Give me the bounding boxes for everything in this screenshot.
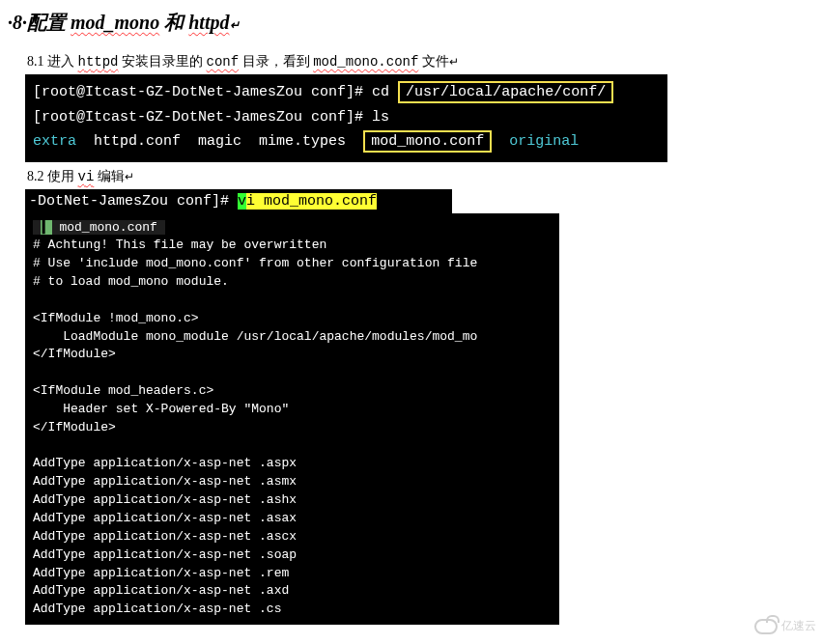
httpd-word: httpd xyxy=(78,54,119,70)
terminal-block-1: [root@Itcast-GZ-DotNet-JamesZou conf]# c… xyxy=(25,74,667,162)
space xyxy=(229,193,238,210)
highlight-span: vi mod_mono.conf xyxy=(238,193,377,210)
vi-v: v xyxy=(238,193,246,210)
return-arrow-icon: ↵ xyxy=(125,170,134,183)
tab-filename: mod_mono.conf xyxy=(59,220,156,235)
ls-magic: magic xyxy=(198,133,241,150)
terminal-line: [root@Itcast-GZ-DotNet-JamesZou conf]# l… xyxy=(33,105,660,130)
heading-num: 8 xyxy=(13,12,22,33)
cmd-ls: ls xyxy=(372,109,389,126)
ls-extra: extra xyxy=(33,133,76,150)
ls-httpd: httpd.conf xyxy=(94,133,181,150)
editor-body: # Achtung! This file may be overwritten … xyxy=(33,238,477,616)
return-arrow-icon: ↵ xyxy=(230,18,240,32)
shell-prompt: -DotNet-JamesZou conf]# xyxy=(29,193,229,210)
modmono-file: mod_mono.conf xyxy=(313,54,418,70)
path-highlight: /usr/local/apache/conf/ xyxy=(398,81,613,103)
step-8-1: 8.1 进入 httpd 安装目录里的 conf 目录，看到 mod_mono.… xyxy=(27,53,822,70)
return-arrow-icon: ↵ xyxy=(449,55,459,69)
heading-text3: 和 xyxy=(164,12,184,33)
step-num: 8.2 xyxy=(27,169,44,183)
step-text: 使用 xyxy=(47,169,74,183)
ls-modmono-highlight: mod_mono.conf xyxy=(363,130,492,153)
watermark: 亿速云 xyxy=(754,618,816,634)
heading-modmono: mod_mono xyxy=(71,12,159,33)
step-text: 编辑 xyxy=(98,169,125,183)
terminal-line: [root@Itcast-GZ-DotNet-JamesZou conf]# c… xyxy=(33,80,660,105)
watermark-text: 亿速云 xyxy=(781,618,816,634)
terminal-block-2: -DotNet-JamesZou conf]# vi mod_mono.conf xyxy=(25,189,452,213)
cloud-icon xyxy=(754,619,778,634)
cmd-cd: cd xyxy=(372,84,389,100)
step-num: 8.1 xyxy=(27,54,44,69)
step-text: 目录，看到 xyxy=(242,54,310,69)
editor-block: ▍ mod_mono.conf # Achtung! This file may… xyxy=(25,213,559,626)
terminal-line: extra httpd.conf magic mime.types mod_mo… xyxy=(33,129,660,154)
conf-word: conf xyxy=(207,54,240,70)
editor-tab: ▍ mod_mono.conf xyxy=(33,220,165,235)
step-text: 安装目录里的 xyxy=(122,54,203,69)
ls-original: original xyxy=(509,133,579,150)
step-8-2: 8.2 使用 vi 编辑↵ xyxy=(27,168,822,185)
heading-text1: 配置 xyxy=(27,12,66,33)
ls-mime: mime.types xyxy=(259,133,346,150)
heading-httpd: httpd xyxy=(188,12,229,33)
tab-marker-icon: ▍ xyxy=(41,220,52,235)
shell-prompt: [root@Itcast-GZ-DotNet-JamesZou conf]# xyxy=(33,84,363,100)
vi-rest: i mod_mono.conf xyxy=(246,193,377,210)
vi-word: vi xyxy=(78,169,95,184)
shell-prompt: [root@Itcast-GZ-DotNet-JamesZou conf]# xyxy=(33,109,363,126)
step-text: 文件 xyxy=(422,54,449,69)
section-heading: ·8·配置 mod_mono 和 httpd↵ xyxy=(8,10,822,36)
step-text: 进入 xyxy=(47,54,74,69)
